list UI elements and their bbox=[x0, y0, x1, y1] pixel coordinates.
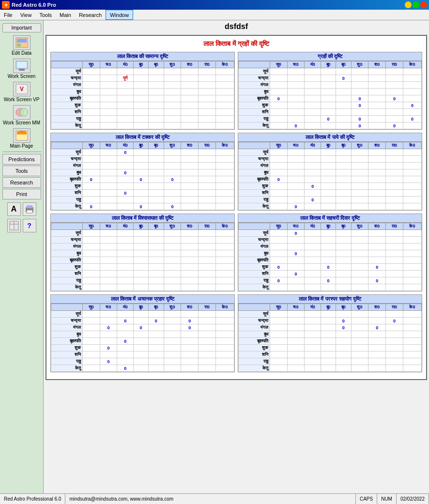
cell-5-1 bbox=[287, 183, 305, 190]
cell-5-1 bbox=[287, 345, 305, 351]
cell-8-8 bbox=[215, 203, 234, 210]
cell-2-6 bbox=[181, 82, 199, 89]
sidebar-work-screen-mm[interactable]: Work Screen MM bbox=[2, 105, 41, 125]
cell-7-4 bbox=[336, 116, 351, 122]
col-header-3: बु0 bbox=[321, 223, 336, 230]
cell-7-1 bbox=[287, 197, 305, 203]
cell-7-2 bbox=[305, 277, 321, 284]
cell-2-5 bbox=[164, 324, 181, 331]
sidebar-main-page[interactable]: Main Page bbox=[2, 128, 41, 149]
table-icon-btn[interactable] bbox=[7, 219, 21, 232]
cell-8-2 bbox=[117, 122, 134, 129]
close-button[interactable] bbox=[420, 1, 427, 8]
cell-0-0 bbox=[270, 149, 287, 156]
cell-4-6 bbox=[368, 95, 386, 102]
row-label-3: बुध bbox=[239, 89, 270, 95]
table-pair-1: लाल किताब में टक्कर की दृष्टिसू0च0मं0बु0… bbox=[50, 133, 422, 211]
cell-6-7 bbox=[199, 271, 216, 277]
table-row: बृहस्पति bbox=[51, 257, 234, 264]
col-header-3: बु0 bbox=[133, 223, 148, 230]
cell-2-0 bbox=[270, 324, 287, 331]
sidebar-predictions-btn[interactable]: Predictions bbox=[2, 154, 41, 165]
sidebar: Important Edit Data Work Screen V Work S… bbox=[0, 20, 44, 504]
menu-main[interactable]: Main bbox=[56, 10, 75, 20]
cell-5-0: 0 bbox=[270, 264, 287, 271]
sidebar-important[interactable]: Important bbox=[2, 23, 41, 32]
col-header-2: मं0 bbox=[117, 304, 134, 311]
cell-8-3 bbox=[133, 122, 148, 129]
cell-5-6 bbox=[181, 183, 199, 190]
cell-5-7 bbox=[386, 345, 403, 351]
cell-8-2 bbox=[117, 203, 134, 210]
col-header-4: बृ0 bbox=[336, 142, 351, 149]
print-icon-btn[interactable] bbox=[23, 202, 36, 216]
cell-0-8 bbox=[215, 230, 234, 237]
sidebar-work-screen[interactable]: Work Screen bbox=[2, 59, 41, 79]
table-pair-3: लाल किताब में अचानक प्रहार दृष्टिसू0च0मं… bbox=[50, 294, 422, 372]
cell-3-0 bbox=[82, 250, 100, 257]
col-header-5: शु0 bbox=[351, 142, 368, 149]
sidebar-print-btn[interactable]: Print bbox=[2, 189, 41, 199]
minimize-button[interactable] bbox=[405, 1, 412, 8]
menu-tools[interactable]: Tools bbox=[35, 10, 56, 20]
cell-6-3 bbox=[321, 351, 336, 358]
cell-5-3 bbox=[133, 345, 148, 351]
row-label-0: सूर्य bbox=[51, 311, 83, 318]
menu-window[interactable]: Window bbox=[106, 10, 133, 20]
sidebar-work-screen-vp[interactable]: V Work Screen VP bbox=[2, 82, 41, 102]
cell-8-4 bbox=[336, 122, 351, 129]
cell-6-5 bbox=[351, 190, 368, 197]
sidebar-research-btn[interactable]: Research bbox=[2, 177, 41, 188]
table-row: शनि bbox=[51, 109, 234, 116]
cell-0-7 bbox=[199, 68, 216, 75]
cell-4-8 bbox=[403, 338, 421, 345]
cell-7-7 bbox=[199, 277, 216, 284]
row-label-2: मंगल bbox=[239, 82, 270, 89]
sidebar-tools-btn[interactable]: Tools bbox=[2, 166, 41, 176]
cell-5-1 bbox=[100, 102, 117, 109]
data-table-t1: सू0च0मं0बु0बृ0शु0श0रा0के0सूर्यचन्द्मापूर… bbox=[51, 61, 234, 129]
col-header-2: मं0 bbox=[117, 61, 134, 68]
font-icon-btn[interactable]: A bbox=[7, 202, 21, 216]
col-header-4: बृ0 bbox=[336, 304, 351, 311]
cell-6-5 bbox=[164, 351, 181, 358]
cell-5-5 bbox=[164, 264, 181, 271]
cell-1-3 bbox=[321, 237, 336, 244]
cell-0-8 bbox=[403, 68, 421, 75]
table-row: चन्द्मा00 bbox=[239, 318, 422, 324]
help-icon-btn[interactable]: ? bbox=[23, 219, 36, 232]
cell-3-8 bbox=[215, 169, 234, 176]
maximize-button[interactable] bbox=[413, 1, 419, 8]
sidebar-bottom-icons2: ? bbox=[7, 219, 36, 232]
cell-5-8 bbox=[403, 264, 421, 271]
cell-6-6 bbox=[368, 351, 386, 358]
cell-3-5 bbox=[351, 250, 368, 257]
table-row: राहु000 bbox=[239, 277, 422, 284]
cell-0-1 bbox=[287, 149, 305, 156]
menu-research[interactable]: Research bbox=[75, 10, 106, 20]
table-title-t1: लाल किताब की सामान्य दृष्टि bbox=[51, 52, 234, 61]
row-label-8: केतु bbox=[51, 284, 83, 291]
table-row: बुध bbox=[239, 331, 422, 338]
cell-3-1 bbox=[100, 89, 117, 95]
cell-2-3 bbox=[321, 244, 336, 250]
table-row: शनि0 bbox=[51, 190, 234, 197]
cell-4-4 bbox=[149, 95, 164, 102]
col-header-5: शु0 bbox=[351, 304, 368, 311]
cell-7-6 bbox=[181, 197, 199, 203]
cell-5-1 bbox=[287, 264, 305, 271]
cell-2-2 bbox=[305, 244, 321, 250]
cell-7-6 bbox=[181, 358, 199, 365]
menu-file[interactable]: File bbox=[0, 10, 16, 20]
table-row: मंगल bbox=[51, 244, 234, 250]
row-label-2: मंगल bbox=[239, 244, 270, 250]
table-row: केतु000 bbox=[51, 203, 234, 210]
col-header-4: बृ0 bbox=[336, 223, 351, 230]
cell-0-7 bbox=[386, 149, 403, 156]
col-header-4: बृ0 bbox=[149, 304, 164, 311]
sidebar-edit-data[interactable]: Edit Data bbox=[2, 35, 41, 56]
svg-rect-5 bbox=[19, 69, 25, 71]
cell-5-3 bbox=[133, 183, 148, 190]
col-header-empty bbox=[51, 304, 83, 311]
menu-view[interactable]: View bbox=[16, 10, 36, 20]
